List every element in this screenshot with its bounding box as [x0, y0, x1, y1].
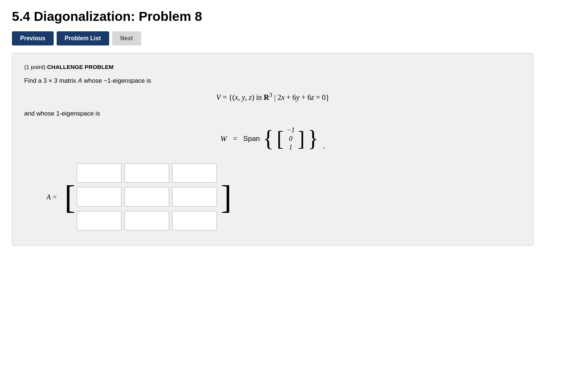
matrix-input-area: A = [ ]	[47, 163, 521, 232]
matrix-input-r1c2[interactable]	[124, 163, 169, 183]
matrix-left-bracket: [	[64, 181, 73, 214]
matrix-input-r1c1[interactable]	[77, 163, 121, 183]
vector-entry-2: 0	[289, 135, 293, 143]
page-title: 5.4 Diagonalization: Problem 8	[12, 9, 576, 24]
problem-container: (1 point) CHALLENGE PROBLEM Find a 3 × 3…	[12, 53, 534, 246]
matrix-input-r2c1[interactable]	[77, 187, 121, 206]
matrix-right-bracket: ]	[221, 181, 229, 214]
vector-entry-1: −1	[287, 126, 295, 134]
previous-button[interactable]: Previous	[12, 31, 54, 45]
eigenspace2-text: and whose 1-eigenspace is	[24, 110, 521, 117]
navigation-buttons: Previous Problem List Next	[12, 31, 576, 45]
matrix-label: A =	[47, 193, 57, 201]
challenge-label: CHALLENGE PROBLEM	[47, 64, 113, 70]
matrix-input-r3c3[interactable]	[172, 211, 217, 230]
matrix-input-r2c3[interactable]	[172, 187, 217, 206]
next-button: Next	[112, 31, 142, 45]
matrix-input-r1c3[interactable]	[172, 163, 217, 183]
points-label: (1 point)	[24, 64, 45, 70]
problem-intro: Find a 3 × 3 matrix A whose −1-eigenspac…	[24, 77, 521, 85]
point-line: (1 point) CHALLENGE PROBLEM	[24, 64, 521, 70]
equation-v-display: V = {(x, y, z) in R3 | 2x + 6y + 6z = 0}	[24, 91, 521, 102]
equation-w-display: W = Span { [ −1 0 1 ] } .	[24, 125, 521, 153]
vector-entry-3: 1	[289, 144, 293, 151]
matrix-input-r2c2[interactable]	[124, 187, 169, 206]
matrix-input-r3c1[interactable]	[77, 211, 121, 230]
matrix-input-r3c2[interactable]	[124, 211, 169, 230]
problem-list-button[interactable]: Problem List	[57, 31, 109, 45]
matrix-grid	[77, 163, 217, 232]
